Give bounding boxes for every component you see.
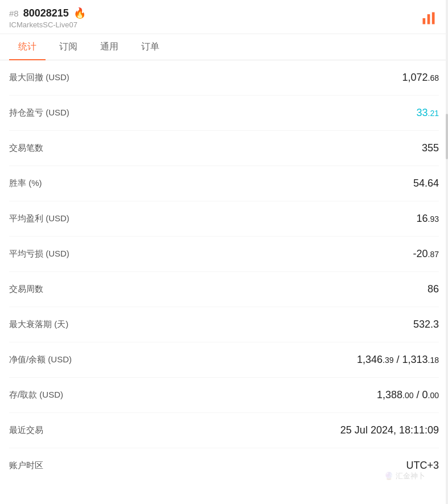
stats-container: 最大回撤 (USD) 1,072.68 持仓盈亏 (USD) 33.21 交易笔… xyxy=(0,60,448,483)
account-hash: #8 xyxy=(9,9,19,18)
stat-value: 1,072.68 xyxy=(402,72,439,84)
stat-label: 平均亏损 (USD) xyxy=(9,249,69,259)
account-id: 80028215 xyxy=(23,7,69,19)
stat-value: 16.93 xyxy=(417,213,439,225)
stat-value: UTC+3 xyxy=(406,460,439,472)
account-subtitle: ICMarketsSC-Live07 xyxy=(9,20,86,29)
stat-label: 平均盈利 (USD) xyxy=(9,213,69,224)
stat-label: 交易笔数 xyxy=(9,143,43,154)
stat-row-max-decay: 最大衰落期 (天) 532.3 xyxy=(9,307,439,342)
stat-value: 86 xyxy=(428,283,439,295)
stat-label: 交易周数 xyxy=(9,284,43,295)
stat-value: 355 xyxy=(422,142,439,154)
stat-label: 胜率 (%) xyxy=(9,178,42,189)
stat-label: 最近交易 xyxy=(9,425,43,436)
header-title-row: #8 80028215 🔥 xyxy=(9,7,86,19)
stat-row-equity-balance: 净值/余额 (USD) 1,346.39 / 1,313.18 xyxy=(9,342,439,378)
stat-row-max-drawdown: 最大回撤 (USD) 1,072.68 xyxy=(9,60,439,96)
stat-value: 532.3 xyxy=(413,319,439,331)
scrollbar-track[interactable] xyxy=(446,0,448,504)
stat-row-account-timezone: 账户时区 UTC+3 xyxy=(9,448,439,483)
stat-value: 33.21 xyxy=(417,107,439,119)
svg-rect-1 xyxy=(428,14,430,24)
tab-bar: 统计 订阅 通用 订单 xyxy=(0,34,448,60)
stat-label: 净值/余额 (USD) xyxy=(9,354,72,365)
stat-value: 54.64 xyxy=(413,177,439,189)
svg-rect-2 xyxy=(432,12,435,24)
scrollbar-thumb[interactable] xyxy=(446,114,448,159)
stat-row-trade-weeks: 交易周数 86 xyxy=(9,272,439,307)
chart-button[interactable] xyxy=(418,8,439,28)
stat-row-avg-profit: 平均盈利 (USD) 16.93 xyxy=(9,201,439,237)
stat-value: -20.87 xyxy=(413,248,439,260)
stat-row-last-trade: 最近交易 25 Jul 2024, 18:11:09 xyxy=(9,413,439,448)
stat-label: 账户时区 xyxy=(9,460,43,471)
svg-rect-0 xyxy=(423,18,426,24)
stat-row-trade-count: 交易笔数 355 xyxy=(9,131,439,166)
stat-row-floating-pnl: 持仓盈亏 (USD) 33.21 xyxy=(9,96,439,131)
stat-row-avg-loss: 平均亏损 (USD) -20.87 xyxy=(9,237,439,272)
tab-stats[interactable]: 统计 xyxy=(9,34,46,60)
stat-row-win-rate: 胜率 (%) 54.64 xyxy=(9,166,439,201)
stat-value: 1,388.00 / 0.00 xyxy=(377,389,439,401)
header: #8 80028215 🔥 ICMarketsSC-Live07 xyxy=(0,0,448,34)
tab-subscribe[interactable]: 订阅 xyxy=(50,34,87,60)
stat-label: 持仓盈亏 (USD) xyxy=(9,108,69,118)
tab-general[interactable]: 通用 xyxy=(91,34,128,60)
fire-icon: 🔥 xyxy=(73,7,86,19)
stat-value: 1,346.39 / 1,313.18 xyxy=(357,354,439,366)
tab-orders[interactable]: 订单 xyxy=(132,34,168,60)
stat-label: 最大回撤 (USD) xyxy=(9,72,69,83)
stat-label: 最大衰落期 (天) xyxy=(9,319,68,330)
stat-row-deposit-withdrawal: 存/取款 (USD) 1,388.00 / 0.00 xyxy=(9,378,439,413)
stat-value: 25 Jul 2024, 18:11:09 xyxy=(340,424,439,436)
header-left: #8 80028215 🔥 ICMarketsSC-Live07 xyxy=(9,7,86,29)
stat-label: 存/取款 (USD) xyxy=(9,390,63,400)
